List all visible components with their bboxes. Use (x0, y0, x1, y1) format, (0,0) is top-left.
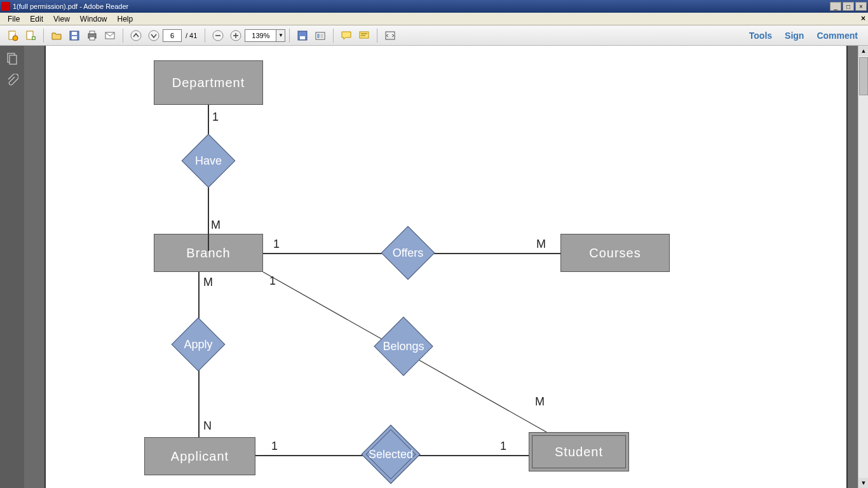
svg-rect-23 (10, 55, 17, 64)
scroll-thumb[interactable] (859, 57, 868, 95)
close-button[interactable]: × (855, 2, 867, 11)
toolbar: / 41 139% ▼ Tools Sign Comment (0, 25, 868, 46)
card-have-branch: M (211, 219, 220, 232)
title-bar: 1(full permission).pdf - Adobe Reader _ … (0, 0, 868, 13)
card-offers-courses: M (536, 238, 546, 251)
sign-panel-button[interactable]: Sign (778, 28, 810, 43)
menu-edit[interactable]: Edit (25, 13, 48, 25)
menu-file[interactable]: File (3, 13, 25, 25)
email-icon[interactable] (102, 28, 118, 43)
zoom-in-button[interactable] (228, 28, 243, 43)
page-up-button[interactable] (128, 28, 144, 43)
page-down-button[interactable] (146, 28, 161, 43)
document-close-button[interactable]: × (861, 14, 865, 23)
svg-rect-21 (386, 32, 395, 39)
page-number-input[interactable] (163, 29, 182, 42)
menu-window[interactable]: Window (75, 13, 112, 25)
svg-point-1 (13, 36, 18, 41)
window-title: 1(full permission).pdf - Adobe Reader (13, 3, 128, 10)
export-pdf-icon[interactable] (5, 28, 20, 43)
menu-help[interactable]: Help (112, 13, 139, 25)
relationship-offers: Offers (389, 234, 427, 272)
card-applicant-selected: 1 (271, 440, 278, 453)
card-dept-have: 1 (212, 111, 219, 124)
relationship-apply: Apply (179, 325, 217, 363)
svg-point-12 (149, 30, 159, 41)
svg-rect-20 (360, 32, 369, 38)
scroll-up-arrow[interactable]: ▲ (858, 46, 868, 56)
edge-branch-student (46, 46, 681, 488)
page-count-label: / 41 (186, 32, 197, 39)
zoom-level-input[interactable]: 139% (245, 29, 276, 42)
svg-point-11 (131, 30, 141, 41)
document-viewport[interactable]: Department Branch Courses Applicant Stud… (24, 46, 868, 488)
svg-rect-19 (320, 34, 323, 38)
read-mode-icon[interactable] (383, 28, 398, 43)
save-copy-icon[interactable] (295, 28, 310, 43)
zoom-out-button[interactable] (210, 28, 226, 43)
attachments-icon[interactable] (4, 72, 20, 88)
card-apply-applicant: N (203, 419, 212, 433)
card-belongs-student: M (535, 395, 545, 409)
print-icon[interactable] (85, 28, 100, 43)
content-area: Department Branch Courses Applicant Stud… (0, 46, 868, 488)
vertical-scrollbar[interactable]: ▲ ▼ (858, 46, 868, 488)
card-branch-offers: 1 (273, 238, 280, 251)
open-icon[interactable] (49, 28, 64, 43)
card-branch-belongs: 1 (269, 274, 276, 288)
relationship-selected: Selected (370, 433, 412, 475)
card-selected-student: 1 (500, 440, 506, 453)
relationship-have: Have (189, 142, 227, 180)
pdf-page: Department Branch Courses Applicant Stud… (44, 46, 848, 488)
relationship-belongs: Belongs (383, 325, 424, 367)
comment-panel-button[interactable]: Comment (810, 28, 864, 43)
pdf-app-icon (1, 2, 10, 11)
svg-rect-9 (90, 37, 95, 40)
svg-rect-5 (72, 36, 77, 39)
minimize-button[interactable]: _ (830, 2, 841, 11)
zoom-dropdown-button[interactable]: ▼ (276, 29, 285, 42)
card-branch-apply: M (203, 276, 213, 289)
svg-rect-18 (317, 34, 320, 38)
svg-rect-6 (72, 32, 77, 35)
navigation-pane (0, 46, 24, 488)
menu-bar: File Edit View Window Help × (0, 13, 868, 25)
svg-rect-16 (300, 36, 305, 39)
scroll-down-arrow[interactable]: ▼ (858, 478, 868, 488)
tools-panel-button[interactable]: Tools (743, 28, 778, 43)
svg-rect-8 (90, 31, 95, 34)
thumbnails-icon[interactable] (4, 51, 20, 66)
snapshot-icon[interactable] (313, 28, 328, 43)
save-icon[interactable] (67, 28, 82, 43)
highlight-icon[interactable] (356, 28, 372, 43)
menu-view[interactable]: View (48, 13, 75, 25)
create-pdf-icon[interactable] (23, 28, 38, 43)
maximize-button[interactable]: □ (843, 2, 854, 11)
comment-bubble-icon[interactable] (339, 28, 354, 43)
